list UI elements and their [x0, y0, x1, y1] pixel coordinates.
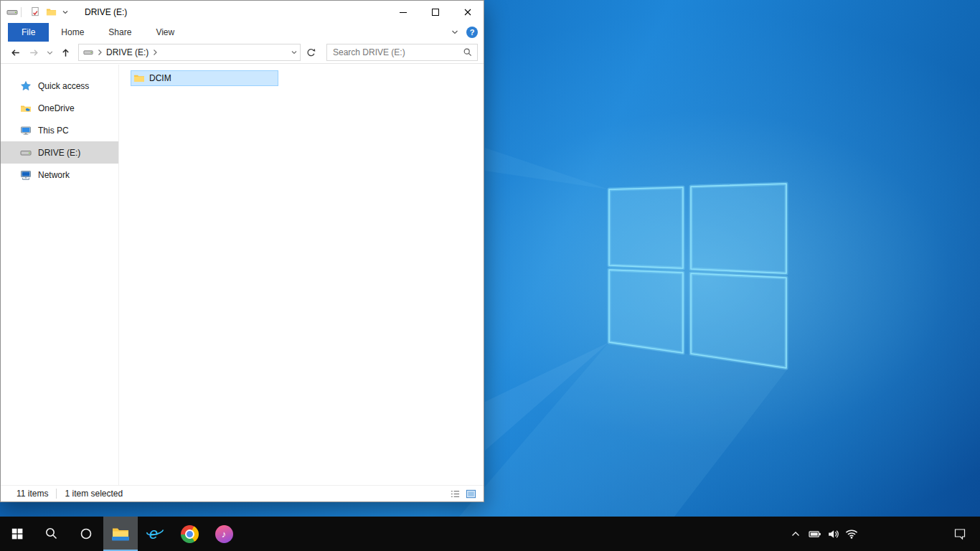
computer-icon	[20, 125, 32, 136]
view-toggle-buttons	[450, 489, 476, 499]
tray-spacer	[861, 517, 946, 551]
ribbon-tab-bar: File Home Share View ?	[1, 23, 484, 42]
taskbar-chrome-button[interactable]	[172, 517, 207, 551]
back-button[interactable]	[6, 44, 24, 61]
search-icon[interactable]	[463, 47, 473, 57]
cortana-icon	[79, 527, 93, 541]
music-note-glyph: ♪	[222, 529, 227, 540]
window-body: Quick access OneDrive	[1, 65, 484, 485]
expand-ribbon-chevron-icon[interactable]	[451, 28, 459, 37]
minimize-button[interactable]	[387, 1, 419, 23]
drive-icon	[20, 147, 32, 159]
windows-logo-icon	[11, 527, 24, 540]
recent-locations-button[interactable]	[44, 44, 55, 61]
search-icon	[44, 527, 59, 541]
ie-icon: e	[146, 524, 164, 543]
ribbon-tab-file[interactable]: File	[8, 23, 49, 42]
start-button[interactable]	[0, 517, 34, 551]
tray-network-button[interactable]	[842, 517, 861, 551]
file-item-dcim[interactable]: DCIM	[131, 70, 278, 86]
file-explorer-window: DRIVE (E:) File Home Share View	[0, 0, 484, 502]
items-count: 11 items	[17, 489, 48, 499]
sidebar-item-onedrive[interactable]: OneDrive	[1, 97, 118, 119]
help-button[interactable]: ?	[466, 27, 478, 38]
recent-locations-chevron-icon	[46, 49, 54, 57]
address-bar[interactable]: DRIVE (E:)	[78, 44, 301, 61]
taskbar-search-button[interactable]	[34, 517, 69, 551]
ribbon-tab-view[interactable]: View	[143, 23, 187, 42]
wifi-icon	[845, 527, 858, 540]
chrome-icon	[181, 525, 199, 543]
breadcrumb[interactable]: DRIVE (E:)	[106, 47, 149, 57]
breadcrumb-chevron-icon[interactable]	[96, 49, 103, 56]
tray-volume-button[interactable]	[824, 517, 842, 551]
ribbon-right-controls: ?	[451, 23, 478, 42]
qat-properties-icon[interactable]	[30, 6, 41, 17]
quick-access-toolbar	[30, 6, 69, 17]
maximize-icon	[430, 6, 441, 18]
qat-customize-chevron-icon[interactable]	[62, 9, 69, 16]
tray-battery-button[interactable]	[805, 517, 824, 551]
refresh-button[interactable]	[302, 44, 319, 61]
search-input[interactable]	[331, 47, 463, 58]
window-titlebar: DRIVE (E:)	[1, 1, 484, 23]
navigation-bar: DRIVE (E:)	[1, 42, 484, 64]
titlebar-separator	[21, 7, 22, 17]
maximize-button[interactable]	[419, 1, 451, 23]
star-icon	[20, 80, 32, 92]
forward-arrow-icon	[28, 47, 40, 59]
sidebar-item-label: Network	[38, 170, 70, 180]
sidebar-item-label: DRIVE (E:)	[38, 148, 80, 158]
navigation-pane: Quick access OneDrive	[1, 65, 119, 485]
minimize-icon	[397, 6, 409, 18]
taskbar-itunes-button[interactable]: ♪	[207, 517, 241, 551]
up-button[interactable]	[57, 44, 74, 61]
action-center-button[interactable]	[946, 517, 974, 551]
close-button[interactable]	[451, 1, 484, 23]
sidebar-item-quick-access[interactable]: Quick access	[1, 75, 118, 97]
search-box	[326, 44, 478, 61]
file-item-label: DCIM	[149, 73, 171, 83]
selection-count: 1 item selected	[65, 489, 123, 499]
taskbar-internet-explorer-button[interactable]: e	[138, 517, 172, 551]
onedrive-cloud-icon	[20, 103, 32, 114]
ribbon-tab-home[interactable]: Home	[49, 23, 96, 42]
qat-new-folder-icon[interactable]	[46, 6, 57, 17]
forward-button[interactable]	[25, 44, 42, 61]
sidebar-item-drive-e[interactable]: DRIVE (E:)	[1, 141, 118, 164]
details-view-icon[interactable]	[450, 489, 461, 499]
close-icon	[462, 6, 473, 18]
up-arrow-icon	[60, 47, 72, 59]
battery-icon	[809, 528, 821, 540]
caption-buttons	[387, 1, 484, 23]
ribbon-tab-share[interactable]: Share	[96, 23, 143, 42]
address-drive-icon	[83, 47, 93, 57]
back-arrow-icon	[9, 47, 22, 59]
sidebar-item-label: Quick access	[38, 81, 89, 91]
sidebar-item-this-pc[interactable]: This PC	[1, 119, 118, 141]
sidebar-item-network[interactable]: Network	[1, 164, 118, 186]
taskbar-file-explorer-button[interactable]	[103, 517, 138, 551]
status-separator	[56, 489, 57, 499]
taskbar: e ♪	[0, 517, 980, 551]
speaker-icon	[827, 528, 839, 540]
action-center-icon	[953, 527, 966, 540]
folder-icon	[133, 72, 145, 84]
tray-show-hidden-icons-button[interactable]	[786, 517, 805, 551]
status-bar: 11 items 1 item selected	[1, 485, 484, 501]
breadcrumb-chevron-icon[interactable]	[151, 49, 159, 56]
itunes-icon: ♪	[215, 525, 233, 543]
ie-letter: e	[149, 524, 158, 542]
chevron-up-icon	[790, 528, 801, 540]
file-list[interactable]: DCIM	[119, 65, 484, 485]
sidebar-item-label: OneDrive	[38, 103, 75, 113]
address-dropdown-chevron-icon[interactable]	[290, 48, 298, 57]
help-icon: ?	[470, 28, 475, 37]
cortana-button[interactable]	[69, 517, 103, 551]
sidebar-item-label: This PC	[38, 126, 69, 136]
system-tray	[786, 517, 980, 551]
refresh-icon	[306, 47, 316, 58]
window-drive-icon	[6, 6, 18, 18]
file-explorer-icon	[111, 524, 130, 543]
large-icons-view-icon[interactable]	[466, 489, 476, 499]
